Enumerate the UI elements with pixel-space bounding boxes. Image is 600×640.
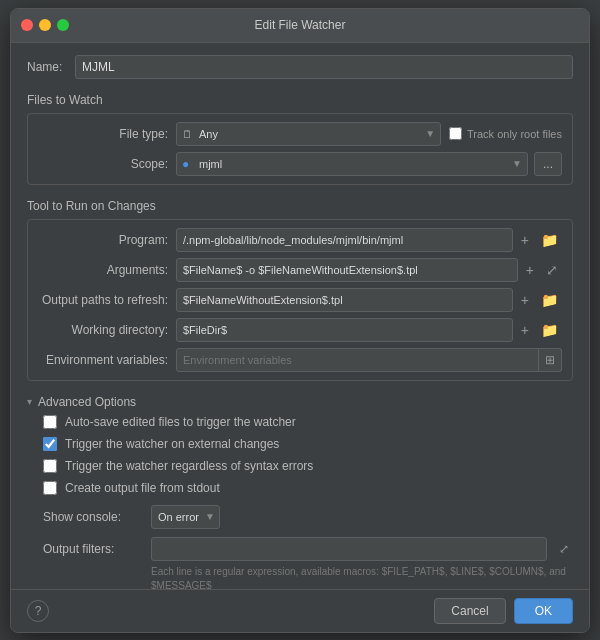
autosave-label: Auto-save edited files to trigger the wa… — [65, 415, 296, 429]
title-bar: Edit File Watcher — [11, 9, 589, 43]
output-filters-label: Output filters: — [43, 542, 143, 556]
create-output-checkbox-row: Create output file from stdout — [43, 479, 573, 497]
tool-section: Tool to Run on Changes Program: + 📁 Argu… — [27, 195, 573, 381]
advanced-options-content: Auto-save edited files to trigger the wa… — [27, 413, 573, 589]
program-label: Program: — [38, 233, 168, 247]
working-dir-add-button[interactable]: + — [517, 320, 533, 340]
trigger-syntax-label: Trigger the watcher regardless of syntax… — [65, 459, 313, 473]
trigger-external-checkbox[interactable] — [43, 437, 57, 451]
scope-select[interactable]: mjml — [176, 152, 528, 176]
minimize-button[interactable] — [39, 19, 51, 31]
working-dir-folder-button[interactable]: 📁 — [537, 320, 562, 340]
track-only-root-label: Track only root files — [449, 127, 562, 140]
tool-section-title: Tool to Run on Changes — [27, 199, 573, 213]
scope-ellipsis-button[interactable]: ... — [534, 152, 562, 176]
program-input-group: + 📁 — [176, 228, 562, 252]
advanced-options-title: Advanced Options — [38, 395, 136, 409]
env-vars-suffix-icon: ⊞ — [539, 348, 562, 372]
arguments-input-group: + ⤢ — [176, 258, 562, 282]
edit-file-watcher-dialog: Edit File Watcher Name: Files to Watch F… — [10, 8, 590, 633]
arguments-expand-button[interactable]: ⤢ — [542, 260, 562, 280]
dialog-content: Name: Files to Watch File type: 🗒 Any — [11, 43, 589, 589]
arguments-label: Arguments: — [38, 263, 168, 277]
trigger-syntax-checkbox[interactable] — [43, 459, 57, 473]
working-dir-input-group: + 📁 — [176, 318, 562, 342]
footer-buttons: Cancel OK — [434, 598, 573, 624]
show-console-select[interactable]: Always On error Never — [151, 505, 220, 529]
output-filters-row: Output filters: ⤢ — [43, 537, 573, 561]
create-output-checkbox[interactable] — [43, 481, 57, 495]
env-vars-label: Environment variables: — [38, 353, 168, 367]
output-paths-input-group: + 📁 — [176, 288, 562, 312]
arguments-add-button[interactable]: + — [522, 260, 538, 280]
program-row: Program: + 📁 — [38, 228, 562, 252]
name-input[interactable] — [75, 55, 573, 79]
advanced-options-header[interactable]: ▾ Advanced Options — [27, 391, 573, 413]
file-type-select-wrapper: 🗒 Any ▼ — [176, 122, 441, 146]
working-dir-label: Working directory: — [38, 323, 168, 337]
env-vars-input[interactable] — [176, 348, 539, 372]
arguments-input[interactable] — [176, 258, 518, 282]
trigger-external-checkbox-row: Trigger the watcher on external changes — [43, 435, 573, 453]
output-paths-row: Output paths to refresh: + 📁 — [38, 288, 562, 312]
output-paths-add-button[interactable]: + — [517, 290, 533, 310]
output-filters-expand-button[interactable]: ⤢ — [555, 540, 573, 558]
traffic-lights — [21, 19, 69, 31]
file-type-input-group: 🗒 Any ▼ Track only root files — [176, 122, 562, 146]
trigger-syntax-checkbox-row: Trigger the watcher regardless of syntax… — [43, 457, 573, 475]
dialog-footer: ? Cancel OK — [11, 589, 589, 632]
scope-label: Scope: — [38, 157, 168, 171]
advanced-options-section: ▾ Advanced Options Auto-save edited file… — [27, 391, 573, 589]
output-filters-hint: Each line is a regular expression, avail… — [43, 565, 573, 589]
file-type-select[interactable]: Any — [176, 122, 441, 146]
output-paths-label: Output paths to refresh: — [38, 293, 168, 307]
scope-select-wrapper: ● mjml ▼ — [176, 152, 528, 176]
working-dir-row: Working directory: + 📁 — [38, 318, 562, 342]
ok-button[interactable]: OK — [514, 598, 573, 624]
scope-input-group: ● mjml ▼ ... — [176, 152, 562, 176]
help-button[interactable]: ? — [27, 600, 49, 622]
close-button[interactable] — [21, 19, 33, 31]
file-type-label: File type: — [38, 127, 168, 141]
file-type-row: File type: 🗒 Any ▼ Track only root files — [38, 122, 562, 146]
output-filters-input[interactable] — [151, 537, 547, 561]
files-to-watch-title: Files to Watch — [27, 93, 573, 107]
show-console-label: Show console: — [43, 510, 143, 524]
files-to-watch-box: File type: 🗒 Any ▼ Track only root files — [27, 113, 573, 185]
show-console-select-wrapper: Always On error Never ▼ — [151, 505, 220, 529]
files-to-watch-section: Files to Watch File type: 🗒 Any ▼ — [27, 89, 573, 185]
trigger-external-label: Trigger the watcher on external changes — [65, 437, 279, 451]
working-dir-input[interactable] — [176, 318, 513, 342]
autosave-checkbox[interactable] — [43, 415, 57, 429]
track-only-root-checkbox[interactable] — [449, 127, 462, 140]
maximize-button[interactable] — [57, 19, 69, 31]
output-paths-input[interactable] — [176, 288, 513, 312]
program-add-button[interactable]: + — [517, 230, 533, 250]
arguments-row: Arguments: + ⤢ — [38, 258, 562, 282]
create-output-label: Create output file from stdout — [65, 481, 220, 495]
program-input[interactable] — [176, 228, 513, 252]
env-vars-row: Environment variables: ⊞ — [38, 348, 562, 372]
show-console-row: Show console: Always On error Never ▼ — [43, 501, 573, 533]
program-folder-button[interactable]: 📁 — [537, 230, 562, 250]
env-vars-input-group: ⊞ — [176, 348, 562, 372]
name-row: Name: — [27, 55, 573, 79]
output-paths-folder-button[interactable]: 📁 — [537, 290, 562, 310]
cancel-button[interactable]: Cancel — [434, 598, 505, 624]
name-label: Name: — [27, 60, 67, 74]
advanced-options-chevron-icon: ▾ — [27, 396, 32, 407]
autosave-checkbox-row: Auto-save edited files to trigger the wa… — [43, 413, 573, 431]
scope-row: Scope: ● mjml ▼ ... — [38, 152, 562, 176]
dialog-title: Edit File Watcher — [255, 18, 346, 32]
tool-section-box: Program: + 📁 Arguments: + ⤢ — [27, 219, 573, 381]
